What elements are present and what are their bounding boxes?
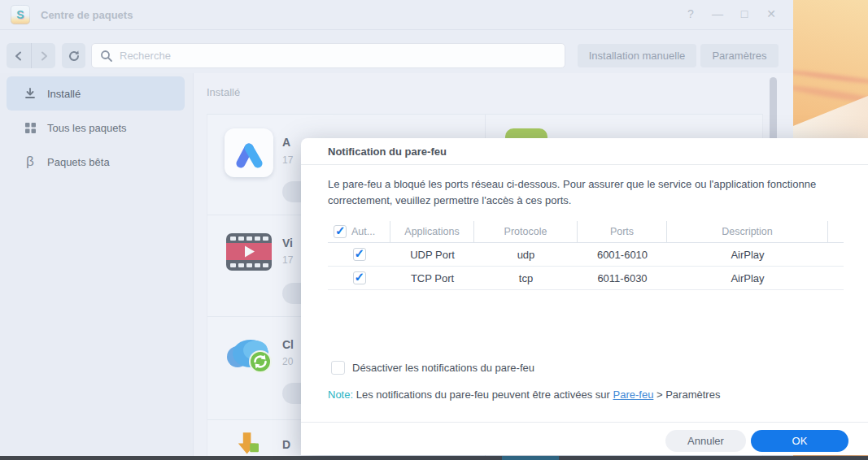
settings-button[interactable]: Paramètres xyxy=(700,44,779,67)
table-row[interactable]: TCP Port tcp 6011-6030 AirPlay xyxy=(328,267,844,290)
search-box xyxy=(91,43,565,68)
video-station-icon[interactable] xyxy=(225,230,273,279)
download-icon xyxy=(20,87,41,100)
package-center-app-icon: S xyxy=(11,5,30,24)
chevron-right-icon xyxy=(38,50,50,62)
package-name: Vi xyxy=(282,237,293,250)
firewall-link[interactable]: Pare-feu xyxy=(613,388,654,401)
disable-notifications-checkbox[interactable] xyxy=(331,361,345,375)
close-icon[interactable]: ✕ xyxy=(765,7,777,20)
cell-protocol: tcp xyxy=(474,272,578,284)
row-checkbox[interactable] xyxy=(353,248,366,261)
page-title: Installé xyxy=(207,86,240,98)
refresh-icon xyxy=(68,50,81,63)
refresh-button[interactable] xyxy=(62,43,85,68)
cell-description: AirPlay xyxy=(667,249,828,261)
grid-icon xyxy=(20,122,41,134)
package-version: 17 xyxy=(282,254,293,266)
cell-description: AirPlay xyxy=(667,272,828,284)
note-text: Note: Les notifications du pare-feu peuv… xyxy=(328,388,720,401)
package-version: 20 xyxy=(282,356,293,367)
row-checkbox[interactable] xyxy=(353,271,366,284)
package-name: D xyxy=(282,438,290,451)
note-prefix: Note: xyxy=(328,388,353,401)
sidebar-item-installed[interactable]: Installé xyxy=(7,76,185,111)
package-version: 17 xyxy=(282,154,293,166)
nav-button-group xyxy=(7,43,55,68)
search-input[interactable] xyxy=(120,50,543,62)
note-after-link: > Paramètres xyxy=(653,388,720,401)
help-icon[interactable]: ? xyxy=(685,7,696,20)
wallpaper-streak xyxy=(793,68,868,86)
taskbar[interactable] xyxy=(0,456,868,460)
cell-application: TCP Port xyxy=(390,272,474,284)
sidebar: Installé Tous les paquets β Paquets bêta xyxy=(0,73,193,460)
disable-notifications-option: Désactiver les notifications du pare-feu xyxy=(331,361,534,375)
dialog-title: Notification du pare-feu xyxy=(328,145,447,158)
package-name: Cl xyxy=(282,338,294,351)
column-header-spacer xyxy=(828,221,844,243)
disable-notifications-label: Désactiver les notifications du pare-feu xyxy=(352,362,534,374)
dialog-header[interactable]: Notification du pare-feu xyxy=(301,138,868,165)
desktop: S Centre de paquets ? — □ ✕ xyxy=(0,0,868,460)
sidebar-item-all-packages[interactable]: Tous les paquets xyxy=(7,111,185,145)
ok-button[interactable]: OK xyxy=(751,430,848,452)
window-title: Centre de paquets xyxy=(41,9,133,21)
sidebar-item-beta-packages[interactable]: β Paquets bêta xyxy=(7,145,185,179)
cell-ports: 6001-6010 xyxy=(578,249,667,261)
cell-protocol: udp xyxy=(474,249,578,261)
back-button[interactable] xyxy=(7,43,31,68)
cloud-sync-icon[interactable] xyxy=(223,332,275,381)
table-header-row: Aut... Applications Protocole Ports Desc… xyxy=(328,221,844,243)
dialog-body-text: Le pare-feu a bloqué les ports réseau ci… xyxy=(328,176,826,209)
column-header-description[interactable]: Description xyxy=(667,221,828,243)
manual-install-button[interactable]: Installation manuelle xyxy=(578,44,696,67)
column-header-protocol[interactable]: Protocole xyxy=(474,221,578,243)
cell-application: UDP Port xyxy=(390,249,474,261)
beta-icon: β xyxy=(20,154,41,170)
chevron-left-icon xyxy=(13,50,24,62)
sidebar-item-label: Installé xyxy=(47,88,81,100)
column-header-applications[interactable]: Applications xyxy=(390,221,474,243)
package-name: A xyxy=(282,136,290,149)
triangle-app-icon[interactable] xyxy=(225,128,273,177)
column-header-ports[interactable]: Ports xyxy=(578,221,667,243)
maximize-icon[interactable]: □ xyxy=(739,7,750,20)
firewall-ports-table: Aut... Applications Protocole Ports Desc… xyxy=(328,221,844,290)
titlebar[interactable]: S Centre de paquets ? — □ ✕ xyxy=(0,0,793,30)
column-header-allow: Aut... xyxy=(351,226,375,237)
sidebar-item-label: Paquets bêta xyxy=(47,156,110,168)
toolbar: Installation manuelle Paramètres xyxy=(0,31,793,73)
minimize-icon[interactable]: — xyxy=(712,7,723,20)
firewall-notification-dialog: Notification du pare-feu Le pare-feu a b… xyxy=(301,138,868,455)
dialog-footer: Annuler OK xyxy=(301,422,868,455)
table-row[interactable]: UDP Port udp 6001-6010 AirPlay xyxy=(328,243,844,267)
select-all-checkbox[interactable] xyxy=(334,225,347,238)
cancel-button[interactable]: Annuler xyxy=(665,430,746,452)
note-before-link: Les notifications du pare-feu peuvent êt… xyxy=(353,388,613,401)
search-icon xyxy=(100,50,113,63)
taskbar-item[interactable] xyxy=(502,456,559,460)
forward-button[interactable] xyxy=(31,43,55,68)
sidebar-item-label: Tous les paquets xyxy=(47,122,127,134)
cell-ports: 6011-6030 xyxy=(578,272,667,284)
